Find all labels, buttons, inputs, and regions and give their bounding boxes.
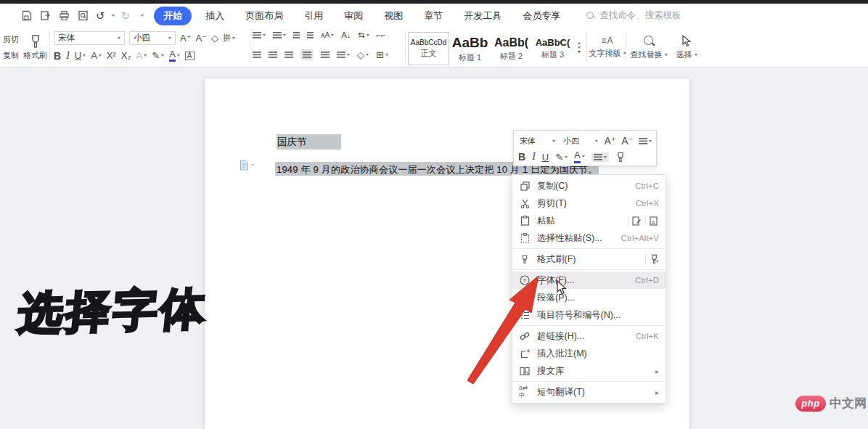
styles-more-caret[interactable] [578, 51, 581, 53]
mini-highlight-button[interactable]: ✎ [555, 152, 568, 162]
phonetic-guide-button[interactable]: 拼 [223, 34, 235, 42]
menu-item-cut[interactable]: 剪切(T) Ctrl+X [512, 195, 666, 212]
print-icon[interactable] [58, 9, 70, 22]
font-family-combo[interactable]: 宋体 [54, 31, 125, 45]
document-title-text[interactable]: 国庆节 [277, 136, 307, 149]
font-group: 宋体 小四 A⁺ A⁻ ◇ 拼 B I U A X² X₂ A ✎ A A [54, 28, 247, 67]
copy-button[interactable]: 复制 [3, 50, 19, 61]
output-icon[interactable] [39, 9, 52, 22]
mini-bold-button[interactable]: B [518, 152, 525, 162]
font-color-button[interactable]: A [169, 49, 180, 62]
menu-item-format-painter[interactable]: 格式刷(F) [512, 250, 666, 268]
tab-section[interactable]: 章节 [417, 7, 450, 25]
style-heading3[interactable]: AaBbC( 标题 3 [532, 32, 573, 65]
increase-indent-button[interactable] [307, 32, 314, 38]
subscript-button[interactable]: X₂ [121, 51, 131, 60]
chevron-down-icon [161, 54, 164, 57]
ruler-button[interactable]: ⌐⌐ [377, 31, 386, 39]
menu-item-paste-special[interactable]: 选择性粘贴(S)... Ctrl+Alt+V [512, 229, 666, 247]
mini-font-color-button[interactable]: A [574, 150, 585, 163]
mini-font-family-combo[interactable]: 宋体 [518, 136, 557, 147]
bullets-icon [253, 32, 261, 38]
menu-item-paste[interactable]: 粘贴 A [512, 212, 666, 229]
divider [628, 216, 629, 226]
mini-font-size-combo[interactable]: 小四 [562, 136, 599, 147]
strikethrough-button[interactable]: A [91, 51, 102, 60]
sort-button[interactable]: A↓ [341, 31, 351, 39]
tab-view[interactable]: 视图 [377, 7, 410, 25]
paste-options-button[interactable] [239, 160, 254, 171]
align-right-button[interactable] [284, 52, 293, 58]
tab-insert[interactable]: 插入 [198, 7, 232, 25]
clear-format-icon[interactable]: ◇ [211, 33, 218, 43]
align-center-button[interactable] [269, 52, 277, 58]
bold-button[interactable]: B [54, 51, 61, 61]
bullets-button[interactable] [253, 32, 266, 38]
mini-justify-button[interactable] [591, 152, 609, 162]
command-search[interactable]: 查找命令、搜索模板 [586, 9, 681, 22]
superscript-button[interactable]: X² [107, 51, 116, 60]
italic-button[interactable]: I [66, 51, 70, 61]
justify-button[interactable] [300, 49, 314, 60]
tab-membership[interactable]: 会员专享 [515, 7, 568, 25]
font-size-combo[interactable]: 小四 [129, 31, 176, 45]
redo-icon[interactable]: ↻ [121, 10, 131, 21]
print-preview-icon[interactable] [77, 9, 89, 22]
style-normal[interactable]: AaBbCcDd 正文 [408, 32, 449, 65]
distribute-button[interactable] [321, 52, 329, 58]
text-effects-button[interactable]: A [136, 51, 147, 60]
borders-button[interactable]: ⊞ [376, 50, 388, 60]
align-left-button[interactable] [253, 52, 261, 58]
quick-access-toolbar: ↺ ↻ [0, 9, 144, 22]
mini-format-painter-icon[interactable] [615, 152, 626, 163]
save-icon[interactable] [20, 9, 33, 22]
menu-item-copy[interactable]: 复制(C) Ctrl+C [512, 177, 666, 195]
font-color-icon: A [169, 49, 176, 62]
paste-text-only-icon[interactable]: A [650, 216, 659, 226]
text-direction-button[interactable]: 🗚 [321, 31, 334, 39]
find-replace-button[interactable]: 查找替换 [629, 28, 669, 67]
shading-button[interactable]: ◇ [357, 50, 369, 60]
menu-item-label: 剪切(T) [537, 197, 567, 210]
styles-spinner[interactable] [578, 42, 581, 53]
wrap-button[interactable]: ⇆ [358, 31, 369, 39]
style-label: 标题 2 [500, 51, 523, 62]
customize-toolbar-caret[interactable] [141, 15, 144, 17]
text-layout-button[interactable]: ≡A 文字排版 [589, 28, 626, 67]
shrink-font-button[interactable]: A⁻ [196, 33, 208, 43]
cut-button[interactable]: 剪切 [3, 34, 19, 45]
underline-button[interactable]: U [75, 51, 86, 60]
undo-icon[interactable]: ↺ [96, 10, 105, 21]
line-spacing-button[interactable] [337, 52, 350, 58]
format-painter-button[interactable]: 格式刷 [23, 28, 47, 67]
styles-up-caret[interactable] [578, 42, 581, 44]
numbering-button[interactable] [273, 32, 286, 38]
decrease-indent-button[interactable] [293, 32, 300, 38]
undo-dropdown-caret[interactable] [112, 15, 115, 17]
highlight-button[interactable]: ✎ [152, 51, 164, 60]
tab-developer[interactable]: 开发工具 [456, 7, 509, 25]
tab-references[interactable]: 引用 [297, 7, 330, 25]
mini-grow-font-button[interactable]: A⁺ [605, 136, 617, 146]
character-border-button[interactable]: A [185, 52, 195, 60]
search-hint-text: 查找命令、搜索模板 [599, 9, 681, 22]
style-heading2[interactable]: AaBb( 标题 2 [491, 32, 532, 65]
styles-down-caret[interactable] [578, 46, 581, 49]
mini-line-spacing-button[interactable] [639, 138, 652, 144]
format-painter-icon [29, 34, 42, 49]
style-heading1[interactable]: AaBb 标题 1 [449, 32, 491, 65]
ribbon: 剪切 复制 格式刷 宋体 小四 A⁺ A⁻ ◇ 拼 B I U A X² X₂ … [0, 28, 868, 68]
paste-keep-format-icon[interactable] [632, 216, 642, 226]
mini-underline-button[interactable]: U [542, 152, 549, 162]
tab-page-layout[interactable]: 页面布局 [238, 7, 290, 25]
format-painter-icon [519, 254, 531, 264]
grow-font-button[interactable]: A⁺ [180, 33, 192, 43]
tab-home[interactable]: 开始 [154, 7, 192, 25]
text-layout-icon: ≡A [601, 36, 613, 46]
mini-italic-button[interactable]: I [532, 152, 536, 162]
mini-shrink-font-button[interactable]: A⁻ [621, 136, 634, 146]
chevron-down-icon [695, 54, 697, 56]
select-button[interactable]: 选择 [671, 28, 703, 67]
format-painter-pick-icon[interactable] [650, 254, 659, 264]
tab-review[interactable]: 审阅 [337, 7, 370, 25]
